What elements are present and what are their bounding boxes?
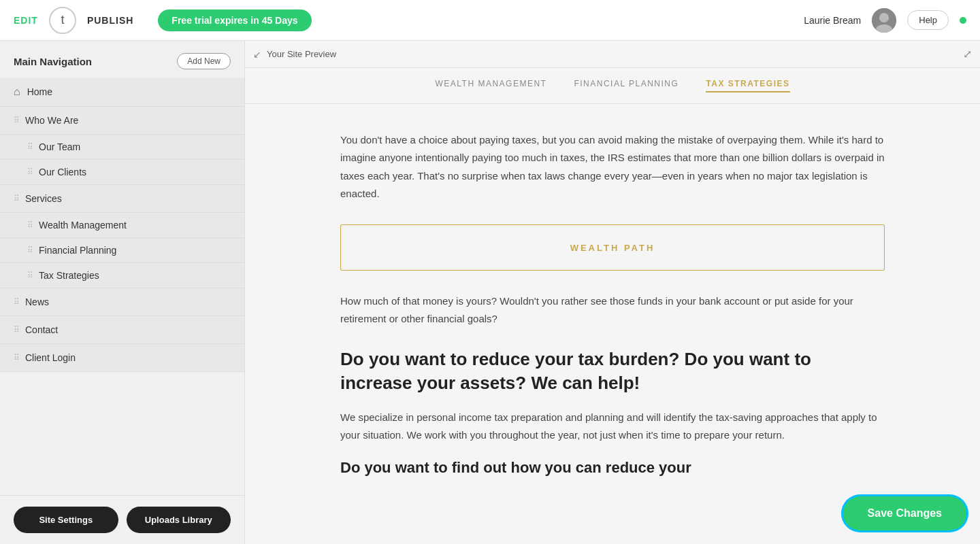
sidebar-title: Main Navigation bbox=[14, 56, 92, 67]
drag-icon-our-clients: ⠿ bbox=[27, 167, 33, 177]
expand-icon[interactable]: ⤢ bbox=[963, 48, 972, 61]
site-nav-wealth-management[interactable]: WEALTH MANAGEMENT bbox=[435, 79, 546, 92]
nav-label-news: News bbox=[25, 296, 49, 307]
drag-icon-news: ⠿ bbox=[14, 297, 20, 307]
top-bar-left: EDIT t PUBLISH Free trial expires in 45 … bbox=[14, 7, 312, 34]
nav-label-our-team: Our Team bbox=[39, 141, 80, 152]
drag-icon-contact: ⠿ bbox=[14, 325, 20, 335]
top-bar: EDIT t PUBLISH Free trial expires in 45 … bbox=[0, 0, 980, 41]
article-body: You don't have a choice about paying tax… bbox=[245, 104, 980, 505]
preview-label: Your Site Preview bbox=[267, 49, 336, 59]
save-changes-button[interactable]: Save Changes bbox=[843, 496, 966, 530]
nav-label-tax-strategies: Tax Strategies bbox=[39, 270, 99, 281]
save-changes-wrap: Save Changes bbox=[843, 496, 966, 530]
nav-item-contact[interactable]: ⠿ Contact bbox=[0, 316, 244, 344]
preview-topbar-left: ↙ Your Site Preview bbox=[253, 49, 336, 60]
article-para: We specialize in personal income tax pre… bbox=[340, 409, 885, 445]
nav-item-our-team[interactable]: ⠿ Our Team bbox=[0, 135, 244, 160]
site-nav-tax-strategies[interactable]: TAX STRATEGIES bbox=[706, 79, 789, 92]
nav-label-financial-planning: Financial Planning bbox=[39, 245, 116, 256]
nav-label-our-clients: Our Clients bbox=[39, 167, 86, 177]
preview-area: ↙ Your Site Preview ⤢ WEALTH MANAGEMENT … bbox=[245, 41, 980, 544]
article-mid: How much of that money is yours? Wouldn'… bbox=[340, 292, 885, 328]
nav-item-our-clients[interactable]: ⠿ Our Clients bbox=[0, 160, 244, 185]
drag-icon-financial-planning: ⠿ bbox=[27, 245, 33, 255]
nav-item-home[interactable]: ⌂ Home bbox=[0, 78, 244, 107]
add-new-button[interactable]: Add New bbox=[177, 53, 231, 69]
trial-badge: Free trial expires in 45 Days bbox=[158, 10, 311, 31]
nav-item-news[interactable]: ⠿ News bbox=[0, 288, 244, 316]
logo-circle: t bbox=[49, 7, 76, 34]
wealth-path-box: WEALTH PATH bbox=[340, 224, 885, 271]
drag-icon-tax-strategies: ⠿ bbox=[27, 271, 33, 280]
svg-point-1 bbox=[879, 13, 889, 22]
nav-label-services: Services bbox=[25, 193, 62, 204]
logo-char: t bbox=[61, 13, 64, 27]
nav-item-tax-strategies[interactable]: ⠿ Tax Strategies bbox=[0, 263, 244, 288]
nav-label-wealth-management: Wealth Management bbox=[39, 220, 127, 231]
nav-item-who-we-are[interactable]: ⠿ Who We Are bbox=[0, 107, 244, 135]
article-heading: Do you want to reduce your tax burden? D… bbox=[340, 347, 885, 395]
sidebar: Main Navigation Add New ⌂ Home ⠿ Who We … bbox=[0, 41, 245, 544]
drag-icon-our-team: ⠿ bbox=[27, 142, 33, 152]
article-subheading: Do you want to find out how you can redu… bbox=[340, 458, 885, 478]
sidebar-footer: Site Settings Uploads Library bbox=[0, 495, 244, 544]
site-settings-button[interactable]: Site Settings bbox=[14, 507, 118, 533]
user-name: Laurie Bream bbox=[804, 15, 861, 26]
drag-icon-wealth-management: ⠿ bbox=[27, 220, 33, 230]
uploads-library-button[interactable]: Uploads Library bbox=[127, 507, 231, 533]
article-intro: You don't have a choice about paying tax… bbox=[340, 131, 885, 203]
nav-label-who-we-are: Who We Are bbox=[25, 115, 78, 126]
preview-topbar: ↙ Your Site Preview ⤢ bbox=[245, 41, 980, 68]
home-icon: ⌂ bbox=[14, 86, 20, 98]
site-nav-financial-planning[interactable]: FINANCIAL PLANNING bbox=[574, 79, 679, 92]
help-button[interactable]: Help bbox=[907, 10, 949, 30]
drag-icon-client-login: ⠿ bbox=[14, 353, 20, 362]
site-nav: WEALTH MANAGEMENT FINANCIAL PLANNING TAX… bbox=[245, 68, 980, 104]
status-dot bbox=[960, 17, 966, 24]
preview-content: WEALTH MANAGEMENT FINANCIAL PLANNING TAX… bbox=[245, 68, 980, 544]
nav-item-client-login[interactable]: ⠿ Client Login bbox=[0, 344, 244, 372]
nav-label-client-login: Client Login bbox=[25, 352, 76, 363]
top-bar-right: Laurie Bream Help bbox=[804, 8, 966, 33]
drag-icon-services: ⠿ bbox=[14, 194, 20, 203]
sidebar-header: Main Navigation Add New bbox=[0, 41, 244, 78]
nav-item-wealth-management[interactable]: ⠿ Wealth Management bbox=[0, 213, 244, 238]
avatar bbox=[872, 8, 896, 33]
nav-label-contact: Contact bbox=[25, 324, 58, 335]
wealth-path-text: WEALTH PATH bbox=[570, 243, 655, 253]
nav-label-home: Home bbox=[27, 86, 52, 97]
nav-item-financial-planning[interactable]: ⠿ Financial Planning bbox=[0, 238, 244, 263]
publish-button[interactable]: PUBLISH bbox=[87, 15, 133, 26]
collapse-icon: ↙ bbox=[253, 49, 261, 60]
edit-button[interactable]: EDIT bbox=[14, 15, 38, 26]
nav-item-services[interactable]: ⠿ Services bbox=[0, 185, 244, 213]
drag-icon-who-we-are: ⠿ bbox=[14, 116, 20, 125]
main-layout: Main Navigation Add New ⌂ Home ⠿ Who We … bbox=[0, 41, 980, 544]
